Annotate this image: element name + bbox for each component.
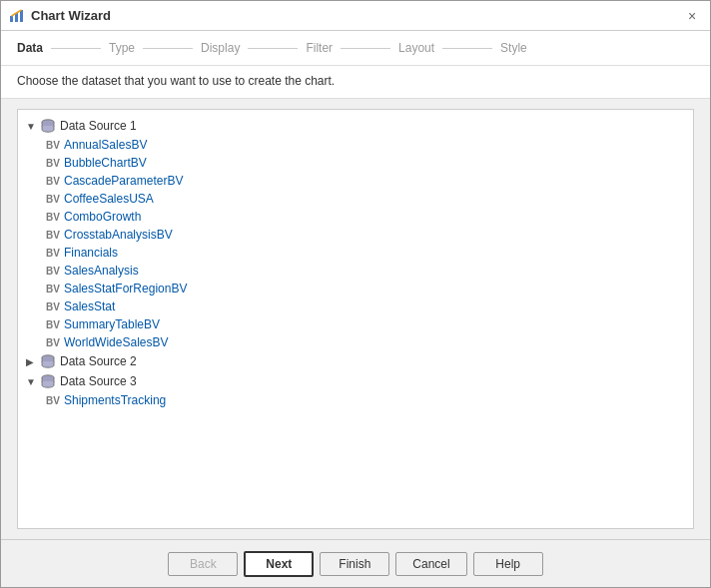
back-button[interactable]: Back [168,552,238,576]
step-divider-4 [341,48,390,49]
datasource-item-label[interactable]: SalesAnalysis [64,264,139,278]
datasource-item-label[interactable]: SummaryTableBV [64,317,160,331]
steps-bar: Data Type Display Filter Layout Style [1,31,710,66]
database-icon [40,118,56,134]
step-style: Style [500,41,527,55]
datasource-item-label[interactable]: SalesStat [64,299,115,313]
bv-badge: BV [46,248,64,259]
datasource-row[interactable]: ▼ Data Source 3 [22,371,689,391]
datasource-row[interactable]: ▶ Data Source 2 [22,351,689,371]
datasource-label: Data Source 3 [60,374,137,388]
datasource-item-label[interactable]: CoffeeSalesUSA [64,192,154,206]
step-divider-5 [442,48,492,49]
chart-wizard-icon [9,8,25,24]
bv-badge: BV [46,319,64,330]
datasource-item[interactable]: BVWorldWideSalesBV [42,333,689,351]
bv-badge: BV [46,395,64,406]
datasource-item-label[interactable]: AnnualSalesBV [64,138,147,152]
datasource-item-label[interactable]: Financials [64,246,118,260]
chart-wizard-window: Chart Wizard × Data Type Display Filter … [0,0,711,588]
datasource-item[interactable]: BVBubbleChartBV [42,154,689,172]
database-icon [40,353,56,369]
bv-badge: BV [46,337,64,348]
title-bar: Chart Wizard × [1,1,710,31]
datasource-item[interactable]: BVCrosstabAnalysisBV [42,226,689,244]
datasource-item-label[interactable]: ShipmentsTracking [64,393,166,407]
next-button[interactable]: Next [244,551,314,577]
datasource-item[interactable]: BVFinancials [42,244,689,262]
datasource-item-label[interactable]: ComboGrowth [64,210,141,224]
database-icon [40,373,56,389]
step-divider-1 [51,48,101,49]
close-button[interactable]: × [682,6,702,26]
step-filter: Filter [306,41,333,55]
svg-rect-2 [20,10,23,22]
step-layout: Layout [398,41,434,55]
datasource-label: Data Source 2 [60,354,137,368]
datasource-item[interactable]: BVAnnualSalesBV [42,136,689,154]
bv-badge: BV [46,212,64,223]
footer: Back Next Finish Cancel Help [1,539,710,587]
cancel-button[interactable]: Cancel [395,552,466,576]
bv-badge: BV [46,158,64,169]
datasource-tree[interactable]: ▼ Data Source 1BVAnnualSalesBVBVBubbleCh… [17,109,694,529]
step-data: Data [17,41,43,55]
datasource-item-label[interactable]: CrosstabAnalysisBV [64,228,173,242]
datasource-item-label[interactable]: SalesStatForRegionBV [64,282,187,295]
bv-badge: BV [46,230,64,241]
datasource-item[interactable]: BVCascadeParameterBV [42,172,689,190]
step-divider-3 [248,48,298,49]
datasource-item[interactable]: BVSummaryTableBV [42,315,689,333]
bv-badge: BV [46,266,64,277]
step-display: Display [201,41,240,55]
datasource-item[interactable]: BVSalesStatForRegionBV [42,280,689,297]
datasource-item[interactable]: BVSalesStat [42,297,689,315]
datasource-row[interactable]: ▼ Data Source 1 [22,116,689,136]
help-button[interactable]: Help [473,552,543,576]
window-title: Chart Wizard [31,8,111,23]
datasource-item[interactable]: BVSalesAnalysis [42,262,689,280]
datasource-item[interactable]: BVComboGrowth [42,208,689,226]
svg-rect-0 [10,16,13,22]
chevron-down-icon: ▼ [26,376,36,387]
datasource-item[interactable]: BVCoffeeSalesUSA [42,190,689,208]
bv-badge: BV [46,194,64,205]
bv-badge: BV [46,301,64,312]
step-type: Type [109,41,135,55]
chevron-down-icon: ▼ [26,121,36,132]
chevron-right-icon: ▶ [26,356,36,367]
description-text: Choose the dataset that you want to use … [1,66,710,99]
finish-button[interactable]: Finish [320,552,389,576]
title-bar-left: Chart Wizard [9,8,111,24]
step-divider-2 [143,48,193,49]
datasource-item[interactable]: BVShipmentsTracking [42,391,689,409]
bv-badge: BV [46,284,64,294]
datasource-item-label[interactable]: BubbleChartBV [64,156,147,170]
content-area: ▼ Data Source 1BVAnnualSalesBVBVBubbleCh… [1,99,710,539]
bv-badge: BV [46,140,64,151]
datasource-label: Data Source 1 [60,119,137,133]
datasource-item-label[interactable]: CascadeParameterBV [64,174,183,188]
datasource-item-label[interactable]: WorldWideSalesBV [64,335,168,349]
bv-badge: BV [46,176,64,187]
